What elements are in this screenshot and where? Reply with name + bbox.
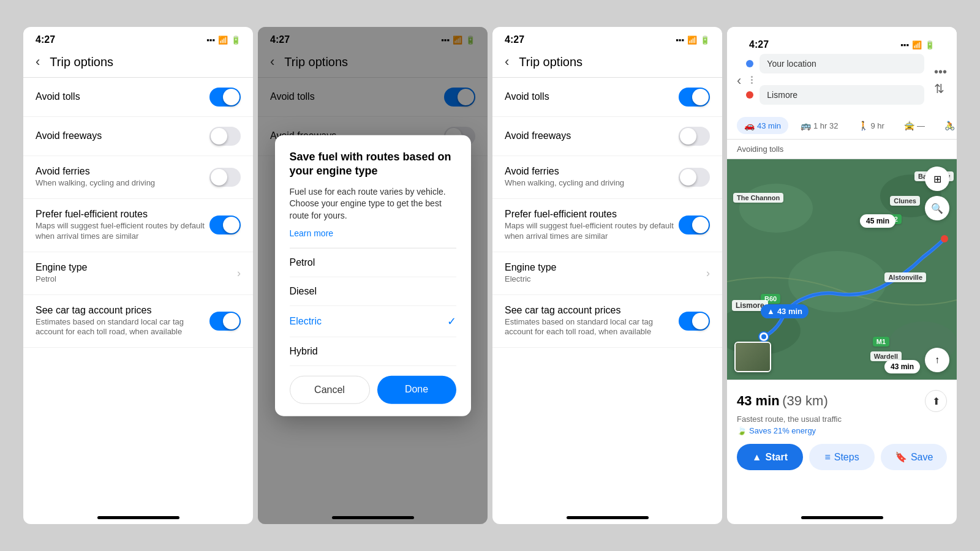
toggle-fuel-efficient-3[interactable] <box>679 216 710 234</box>
avoiding-text: Avoiding tolls <box>727 140 957 159</box>
setting-sub: Maps will suggest fuel-efficient routes … <box>505 221 679 242</box>
map-controls: ⊞ 🔍 <box>925 167 949 220</box>
route-time-row: 43 min (39 km) ⬆ <box>737 390 947 412</box>
modal-done-button[interactable]: Done <box>377 375 456 403</box>
destination-input[interactable]: Lismore <box>760 85 924 105</box>
transport-tab-walk[interactable]: 🚶 9 hr <box>851 117 892 134</box>
car-time: 43 min <box>757 121 781 130</box>
taxi-icon: 🚖 <box>904 121 914 130</box>
screen2: 4:27 ▪▪▪ 📶 🔋 ‹ Trip options Avoid tolls … <box>258 27 488 524</box>
transport-tab-taxi[interactable]: 🚖 — <box>897 117 932 134</box>
screen4: 4:27 ▪▪▪ 📶 🔋 ‹ Your location <box>727 27 957 524</box>
modal-title: Save fuel with routes based on your engi… <box>290 150 456 179</box>
bus-time: 1 hr 32 <box>813 121 838 130</box>
setting-label: Avoid ferries <box>505 166 679 177</box>
modal-body: Fuel use for each route varies by vehicl… <box>290 186 456 222</box>
walk-time: 9 hr <box>871 121 884 130</box>
energy-text: Saves 21% energy <box>749 426 816 435</box>
modal-option-hybrid[interactable]: Hybrid <box>290 337 456 365</box>
map-time-badge-43: ▲ 43 min <box>761 304 809 318</box>
toggle-avoid-tolls-3[interactable] <box>679 88 710 107</box>
route-time-label: 43 min <box>737 393 780 408</box>
setting-sub: Estimates based on standard local car ta… <box>36 317 209 338</box>
status-icons-1: ▪▪▪ 📶 🔋 <box>206 36 241 45</box>
option-label: Petrol <box>290 257 315 268</box>
status-icons-3: ▪▪▪ 📶 🔋 <box>676 36 710 45</box>
modal-learn-more-link[interactable]: Learn more <box>290 228 456 238</box>
taxi-time: — <box>917 121 925 130</box>
setting-sub: When walking, cycling and driving <box>36 178 209 189</box>
checkmark-icon: ✓ <box>447 314 456 328</box>
transport-tab-car[interactable]: 🚗 43 min <box>737 117 788 134</box>
walk-icon: 🚶 <box>858 121 869 130</box>
option-label: Electric <box>290 315 322 326</box>
setting-avoid-ferries-1: Avoid ferries When walking, cycling and … <box>23 156 253 199</box>
transport-tab-bike[interactable]: 🚴 2 hr <box>937 117 957 134</box>
more-options-icon[interactable]: ••• <box>934 65 947 79</box>
maps-back-button[interactable]: ‹ <box>737 73 741 89</box>
setting-avoid-tolls-1: Avoid tolls <box>23 78 253 117</box>
route-badge-label: 43 min <box>777 307 802 316</box>
action-buttons: ▲ Start ≡ Steps 🔖 Save <box>737 444 947 470</box>
back-button-3[interactable]: ‹ <box>505 54 509 70</box>
leaf-icon: 🍃 <box>737 426 747 435</box>
chevron-icon: › <box>237 267 241 280</box>
toggle-fuel-efficient-1[interactable] <box>209 216 241 234</box>
setting-engine-type-1[interactable]: Engine type Petrol › <box>23 252 253 295</box>
modal-option-petrol[interactable]: Petrol <box>290 248 456 277</box>
steps-button[interactable]: ≡ Steps <box>809 444 875 470</box>
layers-button[interactable]: ⊞ <box>925 167 949 191</box>
steps-label: Steps <box>834 452 859 463</box>
modal-cancel-button[interactable]: Cancel <box>290 375 370 403</box>
svg-point-3 <box>788 251 886 312</box>
route-info: 43 min (39 km) ⬆ Fastest route, the usua… <box>727 380 957 480</box>
setting-label: Avoid tolls <box>505 91 679 102</box>
save-button[interactable]: 🔖 Save <box>881 444 947 470</box>
map-time-badge-45: 45 min <box>860 214 895 228</box>
swap-icon[interactable]: ⇅ <box>934 81 947 96</box>
svg-point-1 <box>739 184 813 233</box>
origin-input[interactable]: Your location <box>760 54 924 73</box>
signal-icon: ▪▪▪ <box>676 36 684 45</box>
map-label-alstonville: Alstonville <box>884 272 926 282</box>
navigation-icon: ▲ <box>767 307 775 316</box>
toggle-car-tag-1[interactable] <box>209 312 241 331</box>
setting-label: Prefer fuel-efficient routes <box>36 209 209 220</box>
setting-sub: Maps will suggest fuel-efficient routes … <box>36 221 209 242</box>
setting-label: Prefer fuel-efficient routes <box>505 209 679 220</box>
search-button[interactable]: 🔍 <box>925 196 949 220</box>
route-description: Fastest route, the usual traffic <box>737 414 947 424</box>
maps-header: 4:27 ▪▪▪ 📶 🔋 ‹ Your location <box>727 27 957 107</box>
modal-option-electric[interactable]: Electric ✓ <box>290 305 456 337</box>
origin-dot-icon <box>746 60 753 67</box>
engine-type-value-1: Petrol <box>36 274 237 285</box>
toggle-car-tag-3[interactable] <box>679 312 710 331</box>
share-button[interactable]: ⬆ <box>925 390 947 412</box>
map-thumbnail[interactable] <box>734 342 771 372</box>
toggle-avoid-tolls-1[interactable] <box>209 88 241 107</box>
back-button-1[interactable]: ‹ <box>36 54 40 70</box>
destination-row: Lismore <box>746 85 924 105</box>
modal-option-diesel[interactable]: Diesel <box>290 277 456 305</box>
toggle-avoid-ferries-1[interactable] <box>209 168 241 187</box>
setting-avoid-freeways-1: Avoid freeways <box>23 117 253 156</box>
compass-button[interactable]: ↑ <box>925 348 949 372</box>
start-button[interactable]: ▲ Start <box>737 444 803 470</box>
wifi-icon: 📶 <box>687 36 697 45</box>
map-corner-badge-43: 43 min <box>884 360 920 373</box>
chevron-icon: › <box>706 267 710 280</box>
home-indicator-1 <box>97 516 179 519</box>
map-label-clunes: Clunes <box>890 196 920 206</box>
setting-engine-type-3[interactable]: Engine type Electric › <box>492 252 722 295</box>
transport-tab-bus[interactable]: 🚌 1 hr 32 <box>793 117 845 134</box>
setting-label: Engine type <box>505 262 706 273</box>
toggle-avoid-freeways-1[interactable] <box>209 127 241 146</box>
setting-avoid-tolls-3: Avoid tolls <box>492 78 722 117</box>
settings-list-3: Avoid tolls Avoid freeways Avoid ferries… <box>492 78 722 348</box>
toggle-avoid-freeways-3[interactable] <box>679 127 710 146</box>
setting-label: Avoid freeways <box>505 130 679 141</box>
steps-list-icon: ≡ <box>824 452 830 463</box>
engine-type-modal: Save fuel with routes based on your engi… <box>275 135 471 416</box>
settings-list-1: Avoid tolls Avoid freeways Avoid ferries <box>23 78 253 348</box>
toggle-avoid-ferries-3[interactable] <box>679 168 710 187</box>
